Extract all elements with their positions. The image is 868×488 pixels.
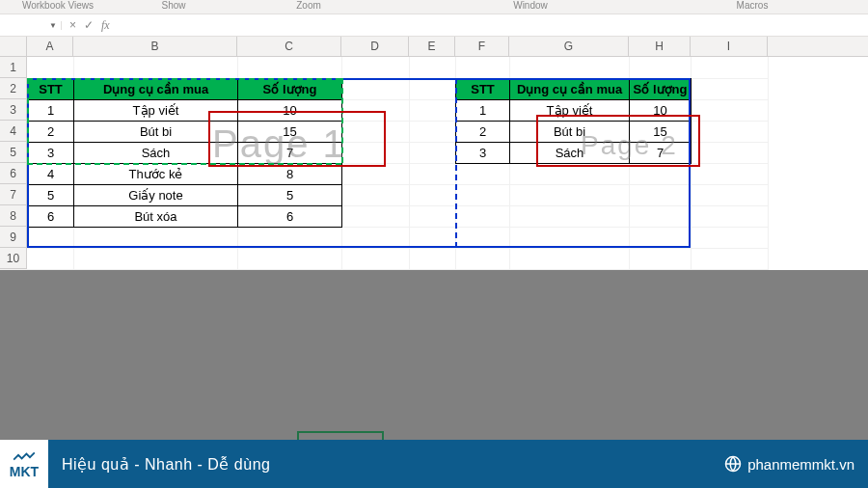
t1-h-stt: STT (28, 79, 74, 100)
row-header-3[interactable]: 3 (0, 99, 27, 121)
data-table-2[interactable]: STT Dụng cụ cần mua Số lượng 1Tập viết10… (455, 78, 692, 164)
group-zoom: Zoom (231, 0, 386, 14)
t1-h-item: Dụng cụ cần mua (74, 79, 238, 100)
row-header-5[interactable]: 5 (0, 142, 27, 163)
table-row: 2Bút bi15 (28, 122, 342, 143)
col-header-G[interactable]: G (509, 37, 629, 56)
worksheet[interactable]: A B C D E F G H I 1 2 3 4 5 6 7 8 9 10 (0, 37, 868, 270)
col-header-I[interactable]: I (691, 37, 768, 56)
row-header-7[interactable]: 7 (0, 184, 27, 205)
table-row: 3Sách7 (456, 143, 692, 164)
col-header-D[interactable]: D (341, 37, 409, 56)
t2-h-item: Dụng cụ cần mua (510, 79, 630, 100)
table-row: 1Tập viết10 (456, 100, 692, 122)
table-row: 6Bút xóa6 (28, 206, 342, 228)
ribbon-group-labels: Workbook Views Show Zoom Window Macros (0, 0, 868, 14)
col-header-E[interactable]: E (409, 37, 455, 56)
cancel-icon[interactable]: × (69, 18, 76, 32)
handshake-icon (13, 448, 36, 464)
name-box[interactable]: ▼ (0, 21, 62, 30)
formula-input[interactable] (118, 14, 868, 36)
data-table-1[interactable]: STT Dụng cụ cần mua Số lượng 1Tập viết10… (27, 78, 342, 228)
col-header-C[interactable]: C (237, 37, 341, 56)
group-window: Window (386, 0, 675, 14)
table-row: 5Giấy note5 (28, 185, 342, 206)
row-header-6[interactable]: 6 (0, 163, 27, 184)
branding-footer: MKT Hiệu quả - Nhanh - Dễ dùng phanmemmk… (0, 440, 868, 488)
table-row: 1Tập viết10 (28, 100, 342, 122)
col-header-B[interactable]: B (73, 37, 237, 56)
footer-site[interactable]: phanmemmkt.vn (724, 455, 854, 473)
row-header-2[interactable]: 2 (0, 78, 27, 99)
group-workbook-views: Workbook Views (0, 0, 116, 14)
footer-tagline: Hiệu quả - Nhanh - Dễ dùng (62, 455, 270, 474)
table-row: 2Bút bi15 (456, 122, 692, 143)
t1-h-qty: Số lượng (238, 79, 342, 100)
col-header-F[interactable]: F (455, 37, 509, 56)
table-row: 4Thước kẻ8 (28, 164, 342, 185)
group-show: Show (116, 0, 231, 14)
t2-h-qty: Số lượng (630, 79, 692, 100)
mkt-logo: MKT (0, 440, 48, 488)
t2-h-stt: STT (456, 79, 510, 100)
row-header-10[interactable]: 10 (0, 248, 27, 269)
row-header-8[interactable]: 8 (0, 205, 27, 227)
chevron-down-icon[interactable]: ▼ (49, 21, 57, 30)
fx-icon[interactable]: fx (101, 18, 110, 33)
row-header-9[interactable]: 9 (0, 227, 27, 248)
row-header-4[interactable]: 4 (0, 121, 27, 142)
select-all-corner[interactable] (0, 37, 27, 56)
row-header-1[interactable]: 1 (0, 57, 27, 78)
formula-bar: ▼ × ✓ fx (0, 14, 868, 37)
group-macros: Macros (675, 0, 829, 14)
col-header-H[interactable]: H (629, 37, 691, 56)
globe-icon (724, 455, 742, 473)
table-row: 3Sách7 (28, 143, 342, 164)
confirm-icon[interactable]: ✓ (84, 18, 94, 32)
col-header-A[interactable]: A (27, 37, 73, 56)
